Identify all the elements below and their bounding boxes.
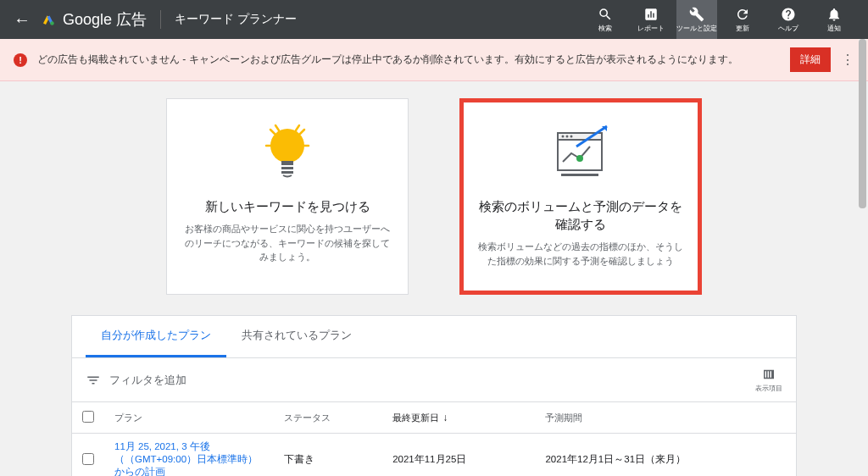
tabs: 自分が作成したプラン 共有されているプラン — [72, 316, 796, 358]
notifications-label: 通知 — [827, 24, 841, 33]
tab-shared-plans[interactable]: 共有されているプラン — [226, 316, 367, 357]
col-forecast-period[interactable]: 予測期間 — [535, 402, 796, 434]
card-desc: お客様の商品やサービスに関心を持つユーザーへのリーチにつながる、キーワードの候補… — [184, 222, 391, 264]
svg-point-8 — [566, 136, 569, 138]
svg-rect-2 — [281, 161, 293, 165]
filter-icon[interactable] — [86, 373, 101, 388]
refresh-label: 更新 — [736, 24, 749, 33]
chart-icon — [542, 119, 619, 185]
header-right: 検索 レポート ツールと設定 更新 ヘルプ 通知 — [585, 0, 854, 39]
app-header: ← Google 広告 キーワード プランナー 検索 レポート ツールと設定 更… — [0, 0, 868, 39]
forecast-card[interactable]: 検索のボリュームと予測のデータを確認する 検索ボリュームなどの過去の指標のほか、… — [459, 98, 702, 295]
help-icon — [781, 7, 796, 22]
back-arrow-icon[interactable]: ← — [14, 10, 31, 30]
updated-cell: 2021年11月25日 — [382, 434, 535, 477]
filter-text[interactable]: フィルタを追加 — [109, 373, 186, 388]
refresh-icon — [735, 7, 750, 22]
sort-down-icon: ↓ — [442, 412, 448, 423]
status-cell: 下書き — [274, 434, 382, 477]
svg-rect-4 — [281, 171, 293, 174]
tab-my-plans[interactable]: 自分が作成したプラン — [86, 316, 226, 357]
search-label: 検索 — [598, 24, 612, 33]
page-title: キーワード プランナー — [175, 12, 297, 27]
tools-label: ツールと設定 — [676, 24, 717, 33]
columns-label: 表示項目 — [755, 384, 782, 393]
google-ads-logo-icon — [41, 12, 56, 27]
refresh-button[interactable]: 更新 — [722, 0, 763, 39]
cards-row: 新しいキーワードを見つける お客様の商品やサービスに関心を持つユーザーへのリーチ… — [71, 98, 797, 295]
card-title: 検索のボリュームと予測のデータを確認する — [477, 197, 684, 233]
col-plan[interactable]: プラン — [104, 402, 274, 434]
table-section: 自分が作成したプラン 共有されているプラン フィルタを追加 表示項目 プラン ス… — [71, 315, 797, 476]
svg-point-10 — [576, 155, 583, 162]
card-title: 新しいキーワードを見つける — [205, 197, 370, 215]
columns-button[interactable]: 表示項目 — [755, 367, 782, 393]
alert-actions: 詳細 ⋮ — [790, 47, 854, 72]
separator — [160, 10, 161, 29]
plans-table: プラン ステータス 最終更新日↓ 予測期間 11月 25, 2021, 3 午後… — [72, 402, 796, 476]
help-label: ヘルプ — [778, 24, 798, 33]
card-desc: 検索ボリュームなどの過去の指標のほか、そうした指標の効果に関する予測を確認しまし… — [477, 240, 684, 268]
tools-button[interactable]: ツールと設定 — [676, 0, 717, 39]
search-button[interactable]: 検索 — [585, 0, 626, 39]
select-all-checkbox[interactable] — [82, 411, 94, 423]
discover-keywords-card[interactable]: 新しいキーワードを見つける お客様の商品やサービスに関心を持つユーザーへのリーチ… — [166, 98, 409, 295]
report-label: レポート — [637, 24, 665, 33]
brand-text: Google 広告 — [63, 9, 147, 30]
search-icon — [598, 7, 613, 22]
period-cell: 2021年12月1日～31日（来月） — [535, 434, 796, 477]
main-content: 新しいキーワードを見つける お客様の商品やサービスに関心を持つユーザーへのリーチ… — [0, 81, 868, 476]
alert-icon: ! — [14, 53, 27, 67]
svg-point-0 — [50, 21, 54, 25]
help-button[interactable]: ヘルプ — [768, 0, 809, 39]
svg-rect-11 — [561, 174, 598, 176]
lightbulb-icon — [262, 119, 313, 185]
columns-icon — [761, 367, 776, 382]
scrollbar-thumb[interactable] — [859, 39, 866, 208]
logo[interactable]: Google 広告 — [41, 9, 147, 30]
col-status[interactable]: ステータス — [274, 402, 382, 434]
plan-link[interactable]: 11月 25, 2021, 3 午後（（GMT+09:00）日本標準時）からの計… — [114, 441, 258, 476]
bell-icon — [826, 7, 842, 22]
more-icon[interactable]: ⋮ — [841, 52, 854, 68]
alert-bar: ! どの広告も掲載されていません - キャンペーンおよび広告グループは停止中であ… — [0, 39, 868, 81]
row-checkbox[interactable] — [82, 453, 94, 465]
col-updated[interactable]: 最終更新日↓ — [382, 402, 535, 434]
tools-icon — [689, 7, 704, 22]
svg-point-7 — [562, 136, 565, 138]
table-row: 11月 25, 2021, 3 午後（（GMT+09:00）日本標準時）からの計… — [72, 434, 796, 477]
toolbar: フィルタを追加 表示項目 — [72, 358, 796, 402]
header-left: ← Google 広告 キーワード プランナー — [14, 9, 297, 30]
detail-button[interactable]: 詳細 — [790, 47, 831, 72]
alert-text: どの広告も掲載されていません - キャンペーンおよび広告グループは停止中であるか… — [37, 53, 738, 67]
notifications-button[interactable]: 通知 — [814, 0, 854, 39]
svg-point-9 — [570, 136, 573, 138]
svg-rect-3 — [281, 167, 293, 169]
report-icon — [643, 7, 659, 22]
report-button[interactable]: レポート — [631, 0, 671, 39]
